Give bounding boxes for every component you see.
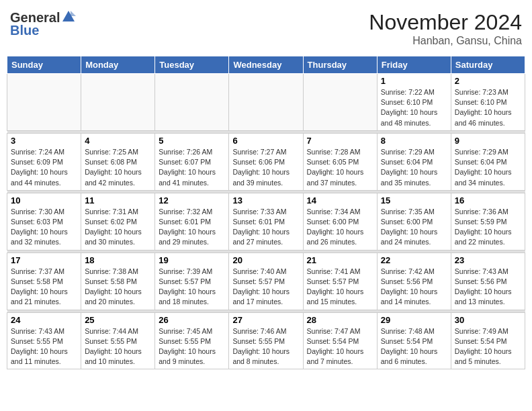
day-number: 6 bbox=[232, 136, 299, 146]
day-cell-23: 23Sunrise: 7:43 AM Sunset: 5:56 PM Dayli… bbox=[451, 253, 525, 310]
day-info: Sunrise: 7:29 AM Sunset: 6:04 PM Dayligh… bbox=[455, 147, 521, 188]
logo-blue-text: Blue bbox=[10, 23, 39, 38]
calendar-table: SundayMondayTuesdayWednesdayThursdayFrid… bbox=[7, 56, 525, 369]
day-cell-4: 4Sunrise: 7:25 AM Sunset: 6:08 PM Daylig… bbox=[81, 133, 155, 190]
weekday-header-saturday: Saturday bbox=[451, 56, 525, 74]
day-cell-9: 9Sunrise: 7:29 AM Sunset: 6:04 PM Daylig… bbox=[451, 133, 525, 190]
day-info: Sunrise: 7:29 AM Sunset: 6:04 PM Dayligh… bbox=[381, 147, 447, 188]
day-number: 27 bbox=[232, 315, 299, 325]
day-number: 23 bbox=[455, 255, 521, 265]
day-info: Sunrise: 7:34 AM Sunset: 6:00 PM Dayligh… bbox=[307, 207, 373, 248]
day-info: Sunrise: 7:44 AM Sunset: 5:55 PM Dayligh… bbox=[85, 326, 151, 367]
week-row-5: 24Sunrise: 7:43 AM Sunset: 5:55 PM Dayli… bbox=[7, 312, 525, 369]
weekday-header-tuesday: Tuesday bbox=[155, 56, 229, 74]
day-cell-21: 21Sunrise: 7:41 AM Sunset: 5:57 PM Dayli… bbox=[303, 253, 377, 310]
empty-cell bbox=[7, 74, 81, 131]
logo: General Blue bbox=[10, 10, 76, 38]
day-info: Sunrise: 7:47 AM Sunset: 5:54 PM Dayligh… bbox=[307, 326, 373, 367]
logo-icon bbox=[61, 9, 76, 24]
day-info: Sunrise: 7:23 AM Sunset: 6:10 PM Dayligh… bbox=[455, 87, 521, 128]
day-number: 4 bbox=[85, 136, 151, 146]
day-info: Sunrise: 7:27 AM Sunset: 6:06 PM Dayligh… bbox=[232, 147, 299, 188]
day-cell-7: 7Sunrise: 7:28 AM Sunset: 6:05 PM Daylig… bbox=[303, 133, 377, 190]
day-info: Sunrise: 7:36 AM Sunset: 5:59 PM Dayligh… bbox=[455, 207, 521, 248]
month-title: November 2024 bbox=[369, 10, 522, 35]
day-info: Sunrise: 7:30 AM Sunset: 6:03 PM Dayligh… bbox=[11, 207, 77, 248]
week-row-3: 10Sunrise: 7:30 AM Sunset: 6:03 PM Dayli… bbox=[7, 193, 525, 250]
day-number: 30 bbox=[455, 315, 521, 325]
day-info: Sunrise: 7:38 AM Sunset: 5:58 PM Dayligh… bbox=[85, 267, 151, 308]
day-info: Sunrise: 7:41 AM Sunset: 5:57 PM Dayligh… bbox=[307, 267, 373, 308]
day-info: Sunrise: 7:35 AM Sunset: 6:00 PM Dayligh… bbox=[381, 207, 447, 248]
day-cell-6: 6Sunrise: 7:27 AM Sunset: 6:06 PM Daylig… bbox=[229, 133, 303, 190]
week-row-1: 1Sunrise: 7:22 AM Sunset: 6:10 PM Daylig… bbox=[7, 74, 525, 131]
day-cell-28: 28Sunrise: 7:47 AM Sunset: 5:54 PM Dayli… bbox=[303, 312, 377, 369]
week-row-4: 17Sunrise: 7:37 AM Sunset: 5:58 PM Dayli… bbox=[7, 253, 525, 310]
svg-marker-1 bbox=[71, 11, 76, 16]
weekday-header-monday: Monday bbox=[81, 56, 155, 74]
day-cell-24: 24Sunrise: 7:43 AM Sunset: 5:55 PM Dayli… bbox=[7, 312, 81, 369]
empty-cell bbox=[155, 74, 229, 131]
day-info: Sunrise: 7:43 AM Sunset: 5:56 PM Dayligh… bbox=[455, 267, 521, 308]
day-number: 19 bbox=[159, 255, 225, 265]
weekday-header-sunday: Sunday bbox=[7, 56, 81, 74]
location-title: Hanban, Gansu, China bbox=[369, 35, 522, 47]
day-number: 9 bbox=[455, 136, 521, 146]
day-number: 12 bbox=[159, 195, 225, 205]
day-info: Sunrise: 7:48 AM Sunset: 5:54 PM Dayligh… bbox=[381, 326, 447, 367]
day-info: Sunrise: 7:25 AM Sunset: 6:08 PM Dayligh… bbox=[85, 147, 151, 188]
day-number: 18 bbox=[85, 255, 151, 265]
day-cell-10: 10Sunrise: 7:30 AM Sunset: 6:03 PM Dayli… bbox=[7, 193, 81, 250]
day-number: 29 bbox=[381, 315, 447, 325]
day-info: Sunrise: 7:49 AM Sunset: 5:54 PM Dayligh… bbox=[455, 326, 521, 367]
empty-cell bbox=[81, 74, 155, 131]
day-number: 11 bbox=[85, 195, 151, 205]
day-cell-17: 17Sunrise: 7:37 AM Sunset: 5:58 PM Dayli… bbox=[7, 253, 81, 310]
day-number: 1 bbox=[381, 76, 447, 86]
day-cell-14: 14Sunrise: 7:34 AM Sunset: 6:00 PM Dayli… bbox=[303, 193, 377, 250]
weekday-header-thursday: Thursday bbox=[303, 56, 377, 74]
day-number: 26 bbox=[159, 315, 225, 325]
day-info: Sunrise: 7:33 AM Sunset: 6:01 PM Dayligh… bbox=[232, 207, 299, 248]
day-number: 7 bbox=[307, 136, 373, 146]
day-number: 25 bbox=[85, 315, 151, 325]
day-info: Sunrise: 7:24 AM Sunset: 6:09 PM Dayligh… bbox=[11, 147, 77, 188]
day-number: 13 bbox=[232, 195, 299, 205]
weekday-header-row: SundayMondayTuesdayWednesdayThursdayFrid… bbox=[7, 56, 525, 74]
day-cell-27: 27Sunrise: 7:46 AM Sunset: 5:55 PM Dayli… bbox=[229, 312, 303, 369]
day-number: 22 bbox=[381, 255, 447, 265]
day-info: Sunrise: 7:42 AM Sunset: 5:56 PM Dayligh… bbox=[381, 267, 447, 308]
week-row-2: 3Sunrise: 7:24 AM Sunset: 6:09 PM Daylig… bbox=[7, 133, 525, 190]
day-cell-16: 16Sunrise: 7:36 AM Sunset: 5:59 PM Dayli… bbox=[451, 193, 525, 250]
day-cell-5: 5Sunrise: 7:26 AM Sunset: 6:07 PM Daylig… bbox=[155, 133, 229, 190]
day-info: Sunrise: 7:39 AM Sunset: 5:57 PM Dayligh… bbox=[159, 267, 225, 308]
day-info: Sunrise: 7:32 AM Sunset: 6:01 PM Dayligh… bbox=[159, 207, 225, 248]
day-number: 20 bbox=[232, 255, 299, 265]
day-cell-12: 12Sunrise: 7:32 AM Sunset: 6:01 PM Dayli… bbox=[155, 193, 229, 250]
day-number: 28 bbox=[307, 315, 373, 325]
day-number: 3 bbox=[11, 136, 77, 146]
title-section: November 2024 Hanban, Gansu, China bbox=[369, 10, 522, 47]
day-cell-20: 20Sunrise: 7:40 AM Sunset: 5:57 PM Dayli… bbox=[229, 253, 303, 310]
day-cell-30: 30Sunrise: 7:49 AM Sunset: 5:54 PM Dayli… bbox=[451, 312, 525, 369]
day-info: Sunrise: 7:45 AM Sunset: 5:55 PM Dayligh… bbox=[159, 326, 225, 367]
page-header: General Blue November 2024 Hanban, Gansu… bbox=[7, 7, 525, 50]
day-cell-22: 22Sunrise: 7:42 AM Sunset: 5:56 PM Dayli… bbox=[377, 253, 451, 310]
day-info: Sunrise: 7:43 AM Sunset: 5:55 PM Dayligh… bbox=[11, 326, 77, 367]
day-cell-15: 15Sunrise: 7:35 AM Sunset: 6:00 PM Dayli… bbox=[377, 193, 451, 250]
day-number: 21 bbox=[307, 255, 373, 265]
day-number: 16 bbox=[455, 195, 521, 205]
day-cell-3: 3Sunrise: 7:24 AM Sunset: 6:09 PM Daylig… bbox=[7, 133, 81, 190]
empty-cell bbox=[303, 74, 377, 131]
day-cell-29: 29Sunrise: 7:48 AM Sunset: 5:54 PM Dayli… bbox=[377, 312, 451, 369]
day-cell-26: 26Sunrise: 7:45 AM Sunset: 5:55 PM Dayli… bbox=[155, 312, 229, 369]
day-cell-1: 1Sunrise: 7:22 AM Sunset: 6:10 PM Daylig… bbox=[377, 74, 451, 131]
empty-cell bbox=[229, 74, 303, 131]
day-cell-19: 19Sunrise: 7:39 AM Sunset: 5:57 PM Dayli… bbox=[155, 253, 229, 310]
day-number: 15 bbox=[381, 195, 447, 205]
day-number: 2 bbox=[455, 76, 521, 86]
day-number: 10 bbox=[11, 195, 77, 205]
day-info: Sunrise: 7:28 AM Sunset: 6:05 PM Dayligh… bbox=[307, 147, 373, 188]
weekday-header-friday: Friday bbox=[377, 56, 451, 74]
day-number: 17 bbox=[11, 255, 77, 265]
